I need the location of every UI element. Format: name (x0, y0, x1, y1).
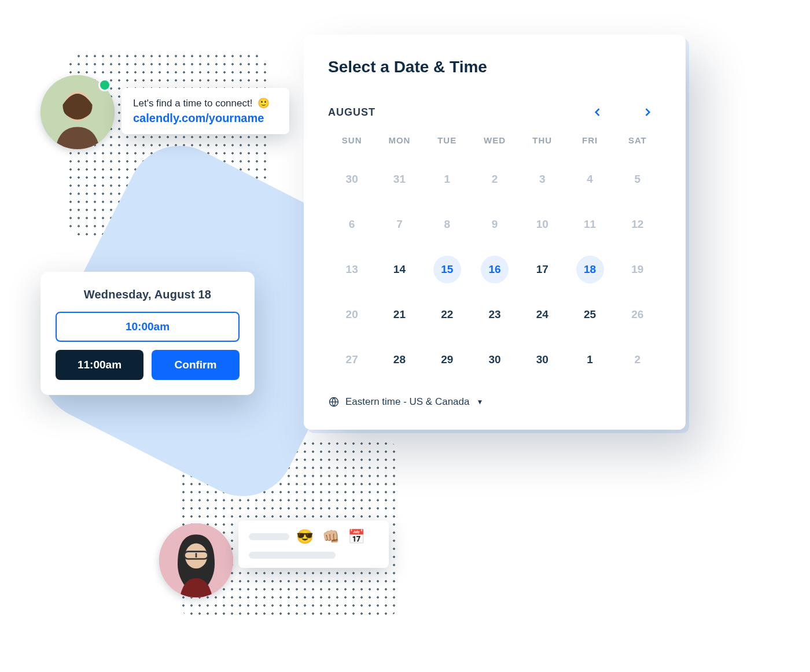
placeholder-line (249, 533, 289, 540)
calendar-day[interactable]: 30 (471, 344, 518, 375)
day-header: SUN (328, 135, 375, 150)
calendar-day[interactable]: 16 (471, 254, 518, 285)
calendar-day: 5 (614, 164, 661, 195)
calendar-day[interactable]: 14 (375, 254, 423, 285)
calendar-day[interactable]: 22 (424, 299, 471, 330)
calendar-day[interactable]: 21 (375, 299, 423, 330)
day-header: TUE (424, 135, 471, 150)
selected-date-heading: Wednesday, August 18 (56, 288, 240, 301)
avatar-recipient (159, 523, 233, 597)
calendar-day[interactable]: 28 (375, 344, 423, 375)
chevron-right-icon (642, 106, 653, 118)
calendar-day[interactable]: 17 (518, 254, 566, 285)
calendar-day: 30 (328, 164, 375, 195)
calendar-day: 8 (424, 209, 471, 240)
calendar-day: 4 (566, 164, 613, 195)
calendar-day: 9 (471, 209, 518, 240)
presence-indicator (98, 79, 111, 91)
chevron-left-icon (592, 106, 603, 118)
calendar-day[interactable]: 25 (566, 299, 613, 330)
confirm-button[interactable]: Confirm (152, 350, 240, 380)
calendar-day: 11 (566, 209, 613, 240)
calendar-day[interactable]: 18 (566, 254, 613, 285)
month-label: AUGUST (328, 106, 375, 119)
calendar-day: 13 (328, 254, 375, 285)
share-message-text: Let's find a time to connect! (133, 98, 252, 109)
calendar-day[interactable]: 24 (518, 299, 566, 330)
share-link-bubble: Let's find a time to connect! 🙂 calendly… (122, 88, 289, 134)
time-slot-1000am[interactable]: 10:00am (56, 312, 240, 342)
calendar-day: 26 (614, 299, 661, 330)
calendar-day: 1 (424, 164, 471, 195)
calendar-day: 6 (328, 209, 375, 240)
reaction-emojis: 😎 👊🏼 📅 (296, 529, 367, 545)
day-header: FRI (566, 135, 613, 150)
globe-icon (328, 396, 340, 408)
calendar-day: 2 (471, 164, 518, 195)
calendar-day: 31 (375, 164, 423, 195)
day-header: SAT (614, 135, 661, 150)
calendar-day: 10 (518, 209, 566, 240)
next-month-button[interactable] (639, 104, 656, 120)
calendar-day: 20 (328, 299, 375, 330)
calendar-day: 12 (614, 209, 661, 240)
calendar-day: 3 (518, 164, 566, 195)
placeholder-line (249, 552, 336, 559)
smile-emoji: 🙂 (257, 98, 270, 109)
calendar-day[interactable]: 29 (424, 344, 471, 375)
calendar-day[interactable]: 15 (424, 254, 471, 285)
scheduling-link[interactable]: calendly.com/yourname (133, 112, 278, 125)
day-header: WED (471, 135, 518, 150)
timezone-picker[interactable]: Eastern time - US & Canada ▼ (328, 396, 661, 408)
calendar-grid: SUNMONTUEWEDTHUFRISAT3031123456789101112… (328, 135, 661, 375)
reaction-bubble: 😎 👊🏼 📅 (238, 520, 389, 568)
calendar-title: Select a Date & Time (328, 58, 661, 76)
calendar-day: 7 (375, 209, 423, 240)
calendar-day: 2 (614, 344, 661, 375)
day-header: MON (375, 135, 423, 150)
calendar-day[interactable]: 23 (471, 299, 518, 330)
avatar-sender (41, 75, 115, 149)
day-header: THU (518, 135, 566, 150)
time-slot-1100am[interactable]: 11:00am (56, 350, 143, 380)
calendar-day: 27 (328, 344, 375, 375)
time-select-card: Wednesday, August 18 10:00am 11:00am Con… (41, 272, 255, 395)
calendar-day[interactable]: 30 (518, 344, 566, 375)
calendar-card: Select a Date & Time AUGUST SUNMONTUEWED… (304, 35, 686, 430)
timezone-label: Eastern time - US & Canada (345, 396, 469, 408)
person-icon (159, 523, 233, 597)
calendar-day[interactable]: 1 (566, 344, 613, 375)
caret-down-icon: ▼ (476, 398, 483, 406)
prev-month-button[interactable] (590, 104, 606, 120)
calendar-day: 19 (614, 254, 661, 285)
